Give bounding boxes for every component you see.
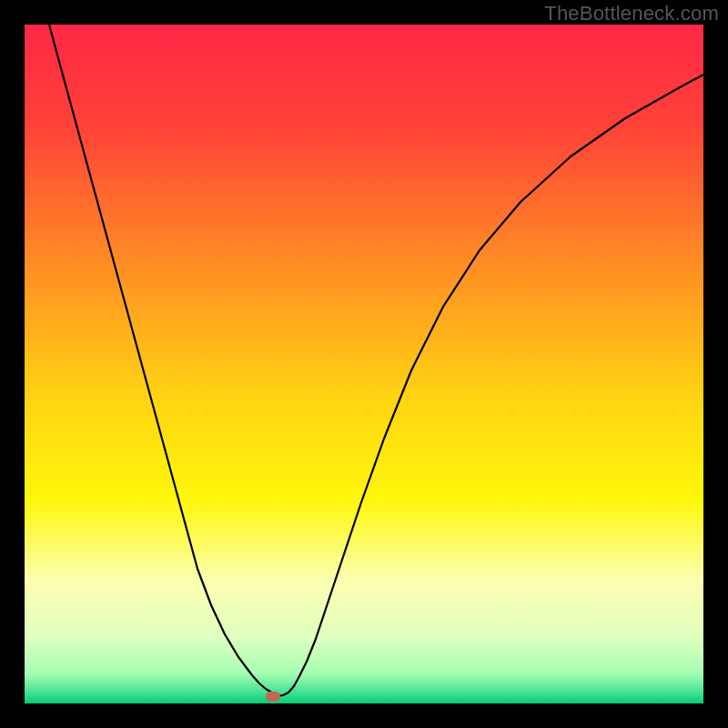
bottleneck-curve	[25, 25, 703, 703]
watermark-label: TheBottleneck.com	[544, 2, 719, 25]
optimum-marker	[266, 692, 280, 702]
plot-area	[25, 25, 703, 703]
chart-frame: TheBottleneck.com	[0, 0, 728, 728]
